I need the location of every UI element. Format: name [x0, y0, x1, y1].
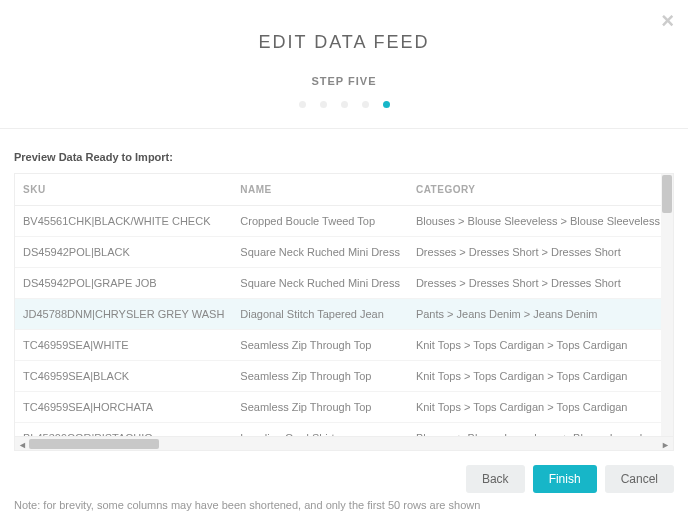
cell-sku: TC46959SEA|BLACK — [15, 361, 232, 392]
scroll-right-arrow-icon[interactable]: ► — [661, 440, 670, 450]
cell-name: Seamless Zip Through Top — [232, 361, 408, 392]
horizontal-scroll-thumb[interactable] — [29, 439, 159, 449]
page-title: EDIT DATA FEED — [0, 32, 688, 53]
close-icon[interactable]: × — [661, 8, 674, 34]
step-dot-2[interactable] — [320, 101, 327, 108]
cell-name: Square Neck Ruched Mini Dress — [232, 237, 408, 268]
table-row[interactable]: TC46959SEA|HORCHATASeamless Zip Through … — [15, 392, 673, 423]
vertical-scroll-thumb[interactable] — [662, 175, 672, 213]
cell-sku: DS45942POL|GRAPE JOB — [15, 268, 232, 299]
table-row[interactable]: JD45788DNM|CHRYSLER GREY WASHDiagonal St… — [15, 299, 673, 330]
table-row[interactable]: DS45942POL|BLACKSquare Neck Ruched Mini … — [15, 237, 673, 268]
footer-note: Note: for brevity, some columns may have… — [0, 499, 688, 511]
col-header-category[interactable]: CATEGORY — [408, 174, 673, 206]
footer-buttons: Back Finish Cancel — [0, 451, 688, 499]
cell-name: Diagonal Stitch Tapered Jean — [232, 299, 408, 330]
table-row[interactable]: TC46959SEA|BLACKSeamless Zip Through Top… — [15, 361, 673, 392]
cell-category: Knit Tops > Tops Cardigan > Tops Cardiga… — [408, 361, 673, 392]
table-row[interactable]: BV45561CHK|BLACK/WHITE CHECKCropped Bouc… — [15, 206, 673, 237]
col-header-sku[interactable]: SKU — [15, 174, 232, 206]
cancel-button[interactable]: Cancel — [605, 465, 674, 493]
horizontal-scrollbar[interactable]: ◄ ► — [15, 436, 673, 450]
scroll-left-arrow-icon[interactable]: ◄ — [18, 440, 27, 450]
cell-category: Blouses > Blouse Sleeveless > Blouse Sle… — [408, 206, 673, 237]
table-row[interactable]: TC46959SEA|WHITESeamless Zip Through Top… — [15, 330, 673, 361]
step-dot-4[interactable] — [362, 101, 369, 108]
col-header-name[interactable]: NAME — [232, 174, 408, 206]
cell-name: Seamless Zip Through Top — [232, 392, 408, 423]
cell-category: Knit Tops > Tops Cardigan > Tops Cardiga… — [408, 392, 673, 423]
cell-sku: DS45942POL|BLACK — [15, 237, 232, 268]
cell-sku: BV45561CHK|BLACK/WHITE CHECK — [15, 206, 232, 237]
cell-category: Knit Tops > Tops Cardigan > Tops Cardiga… — [408, 330, 673, 361]
step-dot-1[interactable] — [299, 101, 306, 108]
cell-sku: BL45309COR|PISTACHIO — [15, 423, 232, 437]
back-button[interactable]: Back — [466, 465, 525, 493]
preview-table-container: SKU NAME CATEGORY DESCRIPTION BV45561CHK… — [14, 173, 674, 451]
cell-name: Seamless Zip Through Top — [232, 330, 408, 361]
vertical-scrollbar[interactable] — [661, 174, 673, 436]
cell-sku: TC46959SEA|HORCHATA — [15, 392, 232, 423]
table-row[interactable]: BL45309COR|PISTACHIOLongline Cord ShirtB… — [15, 423, 673, 437]
step-dot-3[interactable] — [341, 101, 348, 108]
cell-name: Longline Cord Shirt — [232, 423, 408, 437]
cell-name: Cropped Boucle Tweed Top — [232, 206, 408, 237]
cell-category: Blouses > Blouse Longsleeve > Blouse Lon… — [408, 423, 673, 437]
step-dots — [0, 101, 688, 108]
cell-category: Pants > Jeans Denim > Jeans Denim — [408, 299, 673, 330]
cell-sku: TC46959SEA|WHITE — [15, 330, 232, 361]
preview-table: SKU NAME CATEGORY DESCRIPTION BV45561CHK… — [15, 174, 673, 436]
table-row[interactable]: DS45942POL|GRAPE JOBSquare Neck Ruched M… — [15, 268, 673, 299]
cell-category: Dresses > Dresses Short > Dresses Short — [408, 237, 673, 268]
finish-button[interactable]: Finish — [533, 465, 597, 493]
cell-name: Square Neck Ruched Mini Dress — [232, 268, 408, 299]
step-label: STEP FIVE — [0, 75, 688, 87]
cell-category: Dresses > Dresses Short > Dresses Short — [408, 268, 673, 299]
cell-sku: JD45788DNM|CHRYSLER GREY WASH — [15, 299, 232, 330]
preview-label: Preview Data Ready to Import: — [14, 151, 674, 163]
step-dot-5[interactable] — [383, 101, 390, 108]
